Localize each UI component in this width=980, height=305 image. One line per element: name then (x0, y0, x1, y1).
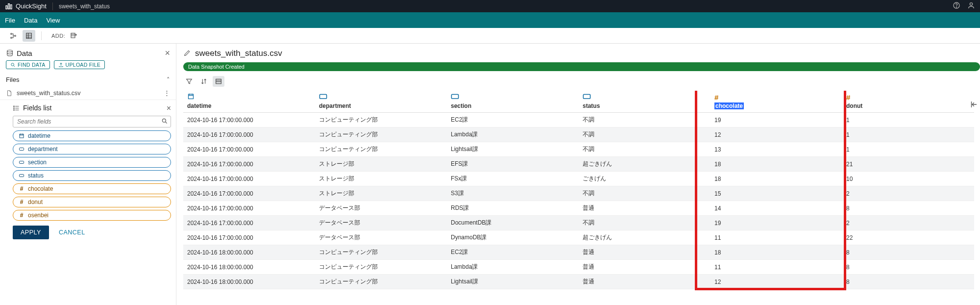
upload-file-button[interactable]: UPLOAD FILE (54, 60, 105, 69)
field-pill-department[interactable]: department (13, 144, 171, 154)
cell-datetime: 2024-10-16 17:00:00.000 (183, 186, 315, 201)
filter-button[interactable] (183, 76, 195, 87)
add-label: ADD: (51, 33, 65, 39)
cell-datetime: 2024-10-16 17:00:00.000 (183, 113, 315, 127)
file-icon (6, 90, 13, 97)
schema-view-button[interactable] (7, 30, 20, 42)
user-icon[interactable] (967, 1, 975, 11)
help-icon[interactable] (953, 1, 960, 11)
column-header-chocolate[interactable]: #chocolate (710, 91, 842, 113)
add-dataset-button[interactable] (68, 30, 80, 42)
cell-donut: 1 (842, 113, 974, 127)
field-pill-section[interactable]: section (13, 157, 171, 168)
app-titlebar: QuickSight sweets_with_status (0, 0, 980, 12)
cell-chocolate: 18 (710, 245, 842, 260)
cancel-button[interactable]: CANCEL (59, 229, 85, 236)
cell-department: データベース部 (315, 230, 447, 245)
chevron-up-icon: ˄ (167, 76, 170, 83)
column-label: department (319, 102, 351, 109)
cell-status: ごきげん (579, 172, 710, 186)
column-header-datetime[interactable]: datetime (183, 91, 315, 113)
svg-rect-1 (8, 3, 10, 9)
column-label: chocolate (714, 102, 744, 109)
column-header-department[interactable]: department (315, 91, 447, 113)
cell-department: コンピューティング部 (315, 275, 447, 289)
table-row[interactable]: 2024-10-16 17:00:00.000コンピューティング部Lightsa… (183, 142, 974, 157)
table-row[interactable]: 2024-10-16 18:00:00.000コンピューティング部Lambda課… (183, 260, 974, 275)
column-type-icon (319, 94, 443, 102)
menu-file[interactable]: File (5, 17, 15, 24)
cell-datetime: 2024-10-16 17:00:00.000 (183, 172, 315, 186)
cell-datetime: 2024-10-16 18:00:00.000 (183, 260, 315, 275)
table-row[interactable]: 2024-10-16 18:00:00.000コンピューティング部Lightsa… (183, 275, 974, 289)
column-header-section[interactable]: section (447, 91, 579, 113)
table-row[interactable]: 2024-10-16 17:00:00.000ストレージ部FSx課ごきげん181… (183, 172, 974, 186)
sort-button[interactable] (198, 76, 210, 87)
apply-button[interactable]: APPLY (13, 226, 49, 239)
svg-rect-25 (583, 95, 590, 99)
field-pill-chocolate[interactable]: #chocolate (13, 183, 171, 194)
cell-department: ストレージ部 (315, 172, 447, 186)
table-row[interactable]: 2024-10-16 17:00:00.000データベース部DocumentDB… (183, 216, 974, 230)
close-fields-panel-button[interactable]: × (167, 104, 171, 113)
cell-status: 不調 (579, 216, 710, 230)
cell-chocolate: 14 (710, 201, 842, 216)
pencil-icon[interactable] (183, 49, 191, 58)
field-pill-label: status (28, 172, 44, 179)
column-type-icon: # (846, 93, 970, 102)
cell-department: コンピューティング部 (315, 260, 447, 275)
upload-icon (58, 62, 64, 68)
fields-list-panel: × Fields list datetimedepartmentsections… (0, 100, 176, 246)
cell-donut: 1 (842, 127, 974, 142)
table-row[interactable]: 2024-10-16 18:00:00.000コンピューティング部EC2課普通1… (183, 245, 974, 260)
table-row[interactable]: 2024-10-16 17:00:00.000データベース部DynamoDB課超… (183, 230, 974, 245)
collapse-right-icon[interactable] (969, 100, 978, 110)
menu-view[interactable]: View (46, 17, 60, 24)
cell-department: ストレージ部 (315, 157, 447, 172)
cell-donut: 22 (842, 230, 974, 245)
files-section-header[interactable]: Files ˄ (0, 73, 176, 86)
table-row[interactable]: 2024-10-16 17:00:00.000コンピューティング部Lambda課… (183, 127, 974, 142)
table-row[interactable]: 2024-10-16 17:00:00.000データベース部RDS課普通148 (183, 201, 974, 216)
table-options-button[interactable] (213, 76, 224, 87)
table-row[interactable]: 2024-10-16 17:00:00.000ストレージ部EFS課超ごきげん18… (183, 157, 974, 172)
doc-name-crumb[interactable]: sweets_with_status (59, 3, 110, 10)
cell-donut: 8 (842, 245, 974, 260)
column-header-status[interactable]: status (579, 91, 710, 113)
svg-rect-9 (26, 33, 32, 38)
cell-datetime: 2024-10-16 17:00:00.000 (183, 157, 315, 172)
svg-rect-2 (10, 4, 12, 9)
cell-donut: 1 (842, 142, 974, 157)
field-pill-osenbei[interactable]: #osenbei (13, 210, 171, 221)
list-icon (13, 104, 20, 112)
svg-point-4 (956, 7, 956, 7)
svg-point-16 (162, 119, 166, 122)
menu-data[interactable]: Data (24, 17, 37, 24)
table-row[interactable]: 2024-10-16 17:00:00.000ストレージ部S3課不調152 (183, 186, 974, 201)
svg-rect-17 (20, 134, 24, 138)
close-data-pane-button[interactable]: × (165, 49, 170, 57)
grid-view-button[interactable] (23, 30, 35, 42)
field-type-icon (18, 159, 25, 165)
cell-status: 不調 (579, 127, 710, 142)
main-content: sweets_with_status.csv Data Snapshot Cre… (176, 44, 980, 305)
find-data-button[interactable]: FIND DATA (6, 60, 50, 69)
svg-rect-22 (189, 94, 194, 99)
cell-chocolate: 18 (710, 172, 842, 186)
field-pill-status[interactable]: status (13, 170, 171, 181)
field-pill-donut[interactable]: #donut (13, 197, 171, 207)
cell-status: 超ごきげん (579, 230, 710, 245)
search-fields-input[interactable] (13, 116, 171, 127)
cell-department: ストレージ部 (315, 186, 447, 201)
cell-status: 普通 (579, 245, 710, 260)
field-pill-datetime[interactable]: datetime (13, 130, 171, 141)
column-header-donut[interactable]: #donut (842, 91, 974, 113)
svg-point-8 (15, 35, 16, 36)
column-type-icon: # (714, 93, 838, 102)
column-label: datetime (187, 102, 211, 109)
file-more-icon[interactable]: ⋮ (164, 89, 170, 97)
column-label: donut (846, 102, 862, 109)
cell-chocolate: 13 (710, 142, 842, 157)
file-row[interactable]: sweets_with_status.csv ⋮ (0, 86, 176, 100)
table-row[interactable]: 2024-10-16 17:00:00.000コンピューティング部EC2課不調1… (183, 113, 974, 127)
